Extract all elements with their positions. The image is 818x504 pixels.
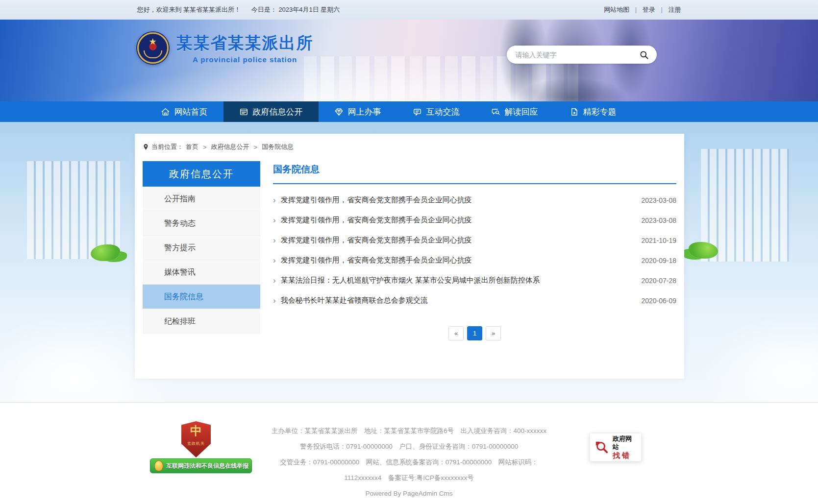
topics-icon	[570, 107, 579, 117]
today-date: 2023年4月1日 星期六	[278, 6, 340, 13]
article-date: 2020-07-28	[641, 277, 676, 285]
article-title: 某某法治日报：无人机巡航守护夜市烟火 某某市公安局城中派出所创新防控体系	[281, 276, 540, 285]
interaction-chat-icon	[413, 107, 422, 117]
nav-label: 解读回应	[505, 106, 538, 118]
article-row[interactable]: › 发挥党建引领作用，省安商会党支部携手会员企业同心抗疫 2020-09-18	[273, 250, 676, 270]
article-row[interactable]: › 发挥党建引领作用，省安商会党支部携手会员企业同心抗疫 2021-10-19	[273, 230, 676, 250]
site-title-block: 某某省某某派出所 A provincial police station	[176, 32, 314, 64]
login-link[interactable]: 登录	[643, 6, 655, 13]
article-list-section: 国务院信息 › 发挥党建引领作用，省安商会党支部携手会员企业同心抗疫 2023-…	[273, 161, 676, 340]
sidebar: 政府信息公开 公开指南 警务动态 警方提示 媒体警讯 国务院信息 纪检排班	[143, 161, 260, 340]
article-row[interactable]: › 某某法治日报：无人机巡航守护夜市烟火 某某市公安局城中派出所创新防控体系 2…	[273, 270, 676, 290]
article-row[interactable]: › 发挥党建引领作用，省安商会党支部携手会员企业同心抗疫 2023-03-08	[273, 190, 676, 210]
sidebar-item-discipline-roster[interactable]: 纪检排班	[143, 309, 260, 334]
pagination-prev-button[interactable]: «	[448, 326, 464, 340]
illegal-content-report-banner[interactable]: 互联网违法和不良信息在线举报	[150, 458, 252, 473]
info-disclosure-icon	[239, 107, 248, 117]
nav-item-interpretation[interactable]: 解读回应	[475, 101, 554, 122]
chevron-right-icon: ›	[273, 196, 276, 204]
article-date: 2023-03-08	[641, 216, 676, 224]
site-name: 某某省某某派出所	[176, 32, 314, 54]
nav-label: 互动交流	[426, 106, 460, 118]
site-banner: 某某省某某派出所 A provincial police station	[0, 20, 818, 101]
site-logo[interactable]: 某某省某某派出所 A provincial police station	[137, 32, 314, 64]
article-title: 发挥党建引领作用，省安商会党支部携手会员企业同心抗疫	[281, 216, 472, 225]
chevron-right-icon: ›	[273, 236, 276, 244]
nav-item-online-services[interactable]: 网上办事	[319, 101, 397, 122]
top-utility-bar: 您好，欢迎来到 某某省某某派出所！ 今日是： 2023年4月1日 星期六 网站地…	[0, 0, 818, 20]
footer-line: 交管业务：0791-00000000 网站、信息系统备案咨询：0791-0000…	[198, 455, 620, 470]
sitemap-link[interactable]: 网站地图	[604, 6, 629, 13]
breadcrumb-label: 当前位置：	[151, 143, 183, 151]
pagination-page-1[interactable]: 1	[467, 326, 482, 340]
site-subtitle: A provincial police station	[176, 55, 314, 64]
nav-label: 网上办事	[348, 106, 381, 118]
greeting-text: 您好，欢迎来到 某某省某某派出所！	[137, 6, 241, 13]
error-finder-magnifier-icon	[594, 440, 609, 455]
report-banner-text: 互联网违法和不良信息在线举报	[166, 462, 248, 470]
link-separator: |	[661, 6, 662, 13]
bell-icon	[154, 460, 163, 471]
chevron-right-icon: ›	[273, 296, 276, 305]
article-row[interactable]: › 我会秘书长叶某某赴省赣商联合总会参观交流 2020-06-09	[273, 290, 676, 311]
sidebar-item-police-news[interactable]: 警务动态	[143, 211, 260, 236]
gov-emblem-label: 党政机关	[181, 441, 211, 446]
article-title: 发挥党建引领作用，省安商会党支部携手会员企业同心抗疫	[281, 256, 472, 265]
page-title: 国务院信息	[273, 163, 676, 184]
article-title: 我会秘书长叶某某赴省赣商联合总会参观交流	[281, 296, 428, 305]
content-panel: 当前位置： 首页 > 政府信息公开 > 国务院信息 政府信息公开 公开指南 警务…	[135, 134, 684, 379]
nav-label: 精彩专题	[583, 106, 617, 118]
article-title: 发挥党建引领作用，省安商会党支部携手会员企业同心抗疫	[281, 236, 472, 245]
footer-info: 主办单位：某某省某某派出所 地址：某某省某某市学院路6号 出入境业务咨询：400…	[198, 403, 620, 502]
online-services-icon	[334, 107, 344, 117]
breadcrumb-separator: >	[203, 144, 207, 151]
article-date: 2021-10-19	[641, 237, 676, 244]
link-separator: |	[635, 6, 637, 13]
breadcrumb-section-link[interactable]: 政府信息公开	[211, 143, 249, 151]
error-card-text: 政府网站 找错	[613, 434, 637, 460]
sidebar-item-media-alerts[interactable]: 媒体警讯	[143, 260, 260, 285]
sidebar-item-police-tips[interactable]: 警方提示	[143, 236, 260, 260]
nav-item-home[interactable]: 网站首页	[145, 101, 223, 122]
article-list: › 发挥党建引领作用，省安商会党支部携手会员企业同心抗疫 2023-03-08 …	[273, 190, 676, 311]
sidebar-menu: 公开指南 警务动态 警方提示 媒体警讯 国务院信息 纪检排班	[143, 187, 260, 334]
article-date: 2020-06-09	[641, 297, 676, 305]
footer-line: 主办单位：某某省某某派出所 地址：某某省某某市学院路6号 出入境业务咨询：400…	[198, 423, 620, 439]
building-decoration-right	[701, 149, 789, 262]
breadcrumb-home-link[interactable]: 首页	[186, 143, 198, 151]
sidebar-item-state-council-info[interactable]: 国务院信息	[143, 285, 260, 309]
footer-line: 警务投诉电话：0791-00000000 户口、身份证业务咨询：0791-000…	[198, 439, 620, 455]
nav-item-info-disclosure[interactable]: 政府信息公开	[223, 101, 319, 122]
search-input[interactable]	[516, 51, 637, 59]
main-navigation: 网站首页 政府信息公开 网上办事 互动交流	[0, 101, 818, 122]
breadcrumb: 当前位置： 首页 > 政府信息公开 > 国务院信息	[135, 134, 684, 157]
error-card-line1: 政府网站	[613, 434, 637, 451]
breadcrumb-current: 国务院信息	[262, 143, 294, 151]
article-row[interactable]: › 发挥党建引领作用，省安商会党支部携手会员企业同心抗疫 2023-03-08	[273, 210, 676, 230]
article-date: 2023-03-08	[641, 196, 676, 204]
chevron-right-icon: ›	[273, 256, 276, 264]
pagination-next-button[interactable]: »	[486, 326, 501, 340]
search-box	[507, 46, 657, 64]
police-badge-icon	[137, 32, 169, 64]
sidebar-title: 政府信息公开	[143, 161, 260, 187]
today-label: 今日是：	[251, 6, 277, 13]
welcome-text: 您好，欢迎来到 某某省某某派出所！ 今日是： 2023年4月1日 星期六	[137, 5, 340, 14]
article-title: 发挥党建引领作用，省安商会党支部携手会员企业同心抗疫	[281, 195, 472, 205]
nav-item-interaction[interactable]: 互动交流	[397, 101, 475, 122]
error-card-line2: 找错	[613, 451, 637, 460]
chevron-right-icon: ›	[273, 276, 276, 285]
nav-item-topics[interactable]: 精彩专题	[554, 101, 632, 122]
location-pin-icon	[143, 144, 149, 151]
sidebar-item-open-guide[interactable]: 公开指南	[143, 187, 260, 211]
gov-emblem-icon: 中	[181, 421, 211, 441]
website-error-report-widget[interactable]: 政府网站 找错	[590, 433, 642, 461]
footer: 中 党政机关 互联网违法和不良信息在线举报 主办单位：某某省某某派出所 地址：某…	[0, 402, 818, 504]
interpretation-icon	[491, 107, 500, 117]
page-background: 当前位置： 首页 > 政府信息公开 > 国务院信息 政府信息公开 公开指南 警务…	[0, 122, 818, 402]
top-links: 网站地图 | 登录 | 注册	[604, 5, 681, 14]
footer-line: 1112xxxxxx4 备案证号:粤ICP备xxxxxxxx号	[198, 470, 620, 486]
register-link[interactable]: 注册	[669, 6, 681, 13]
search-button[interactable]	[637, 48, 651, 62]
nav-label: 政府信息公开	[253, 106, 303, 118]
